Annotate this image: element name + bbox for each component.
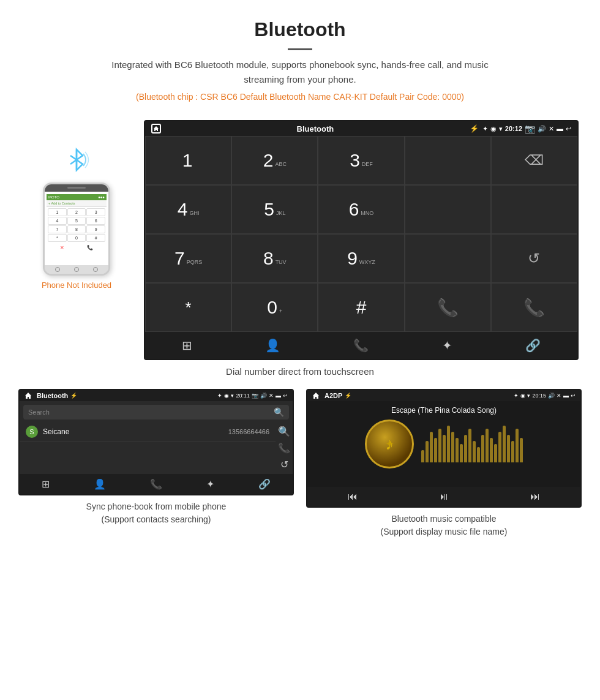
phonebook-call-right-icon[interactable]: 📞: [278, 442, 290, 454]
car-bottom-contacts-icon[interactable]: 👤: [265, 338, 280, 353]
phonebook-search-right-icon[interactable]: 🔍: [278, 426, 290, 437]
music-caption: Bluetooth music compatible(Support displ…: [381, 513, 508, 538]
pb-bottom-link-icon[interactable]: 🔗: [258, 478, 271, 490]
main-content-area: MOTO ●●● + Add to Contacts 1 2 3 4 5 6 7…: [0, 114, 600, 360]
music-bt-icon: ✦: [514, 393, 519, 399]
phone-menu-btn: [93, 267, 98, 272]
music-screen-body: Escape (The Pina Colada Song) ♪ ✦: [307, 401, 580, 487]
page-title: Bluetooth: [12, 18, 588, 41]
music-main-area: ♪ ✦: [312, 420, 576, 469]
phone-key-hash: #: [86, 234, 105, 242]
dial-key-3[interactable]: 3DEF: [318, 136, 404, 185]
title-divider: [288, 48, 312, 50]
music-screen: A2DP ⚡ ✦ ◉ ▾ 20:15 🔊 ✕ ▬ ↩ Escape (The P…: [306, 389, 582, 508]
car-dialpad-grid: 1 2ABC 3DEF ⌫ 4GHI 5JKL 6MNO 7PQRS 8TUV …: [145, 136, 577, 332]
music-play-pause-icon[interactable]: ⏯: [439, 491, 449, 502]
dial-key-6[interactable]: 6MNO: [318, 185, 404, 234]
eq-bar-8: [456, 438, 459, 462]
phonebook-back-icon: ↩: [283, 393, 288, 399]
music-statusbar-title: A2DP: [324, 392, 342, 399]
dial-key-2[interactable]: 2ABC: [231, 136, 318, 185]
eq-bar-19: [503, 426, 506, 462]
fullscreen-icon: ▬: [557, 125, 563, 132]
eq-bar-3: [434, 438, 437, 462]
music-screenshot-item: A2DP ⚡ ✦ ◉ ▾ 20:15 🔊 ✕ ▬ ↩ Escape (The P…: [306, 389, 582, 538]
music-statusbar: A2DP ⚡ ✦ ◉ ▾ 20:15 🔊 ✕ ▬ ↩: [307, 390, 580, 401]
phonebook-time: 20:11: [236, 393, 250, 399]
pb-bottom-bluetooth-icon[interactable]: ✦: [206, 478, 214, 490]
dial-key-9[interactable]: 9WXYZ: [318, 234, 404, 283]
dial-call-green[interactable]: 📞: [405, 283, 491, 332]
contact-number: 13566664466: [228, 428, 269, 435]
pb-bottom-phone-icon[interactable]: 📞: [150, 478, 162, 490]
phone-key-4: 4: [48, 217, 67, 225]
dial-key-8[interactable]: 8TUV: [231, 234, 318, 283]
phonebook-caption: Sync phone-book from mobile phone(Suppor…: [86, 500, 227, 526]
eq-bar-10: [464, 435, 467, 462]
phonebook-search-icon: 🔍: [274, 407, 284, 417]
phone-key-3: 3: [86, 208, 105, 216]
eq-bar-1: [426, 441, 429, 462]
phonebook-search-bar[interactable]: Search 🔍: [23, 405, 289, 420]
music-controls-bar: ⏮ ⏯ ⏭: [307, 487, 580, 506]
dial-key-1[interactable]: 1: [145, 136, 231, 185]
car-bottom-phone-icon[interactable]: 📞: [353, 338, 369, 353]
dial-key-4[interactable]: 4GHI: [145, 185, 231, 234]
statusbar-right-icons: ✦ ◉ ▾ 20:12 📷 🔊 ✕ ▬ ↩: [482, 124, 571, 134]
phone-key-5: 5: [67, 217, 86, 225]
dial-call-red[interactable]: 📞: [491, 283, 577, 332]
music-usb-icon: ⚡: [345, 393, 351, 399]
phonebook-wifi-icon: ▾: [231, 393, 234, 399]
eq-bar-18: [498, 432, 501, 462]
phone-dialpad: 1 2 3 4 5 6 7 8 9 * 0 #: [47, 207, 107, 243]
dial-empty-3: [491, 185, 577, 234]
eq-bar-12: [473, 441, 476, 462]
music-statusbar-right: ✦ ◉ ▾ 20:15 🔊 ✕ ▬ ↩: [514, 393, 576, 399]
phonebook-bottom-bar: ⊞ 👤 📞 ✦ 🔗: [20, 474, 293, 494]
music-album-art: ♪ ✦: [365, 420, 414, 469]
pb-bottom-grid-icon[interactable]: ⊞: [42, 478, 50, 490]
car-bottom-link-icon[interactable]: 🔗: [525, 338, 541, 353]
page-header: Bluetooth Integrated with BC6 Bluetooth …: [0, 0, 600, 114]
eq-bar-5: [443, 435, 446, 462]
dial-refresh[interactable]: ↺: [491, 234, 577, 283]
dial-empty-2: [405, 185, 491, 234]
car-dialpad-screen: Bluetooth ⚡ ✦ ◉ ▾ 20:12 📷 🔊 ✕ ▬ ↩ 1 2ABC…: [144, 120, 579, 360]
car-bottom-bluetooth-icon[interactable]: ✦: [442, 338, 452, 353]
eq-bar-13: [477, 447, 480, 462]
pb-bottom-contacts-icon[interactable]: 👤: [94, 478, 106, 490]
close-icon: ✕: [549, 125, 554, 133]
eq-bar-20: [507, 435, 510, 462]
camera-icon: 📷: [525, 124, 535, 134]
phonebook-sync-icon[interactable]: ↺: [280, 459, 288, 470]
music-loc-icon: ◉: [520, 393, 525, 399]
dial-key-star[interactable]: *: [145, 283, 231, 332]
wifi-icon: ▾: [499, 125, 503, 133]
phone-speaker: [67, 187, 86, 189]
dial-empty-4: [405, 234, 491, 283]
eq-bar-16: [490, 438, 493, 462]
dial-key-5[interactable]: 5JKL: [231, 185, 318, 234]
header-description: Integrated with BC6 Bluetooth module, su…: [92, 58, 508, 87]
phone-key-8: 8: [67, 225, 86, 233]
phone-screen-header: MOTO ●●●: [47, 194, 107, 200]
phone-not-included-label: Phone Not Included: [42, 280, 111, 290]
music-bt-overlay: ✦: [380, 435, 399, 453]
dial-key-7[interactable]: 7PQRS: [145, 234, 231, 283]
eq-bar-0: [421, 450, 424, 462]
car-statusbar-title: Bluetooth: [165, 124, 466, 134]
home-icon[interactable]: [151, 124, 161, 134]
music-prev-icon[interactable]: ⏮: [348, 491, 358, 502]
phonebook-main-area: S Seicane 13566664466 🔍 📞 ↺: [20, 422, 293, 474]
dial-key-hash[interactable]: #: [318, 283, 404, 332]
dial-key-0[interactable]: 0+: [231, 283, 318, 332]
music-next-icon[interactable]: ⏭: [530, 491, 540, 502]
car-bottom-grid-icon[interactable]: ⊞: [182, 338, 192, 353]
phonebook-cam-icon: 📷: [252, 393, 258, 399]
dial-backspace[interactable]: ⌫: [491, 136, 577, 185]
back-icon: ↩: [566, 125, 571, 133]
phone-home-btn: [74, 267, 79, 272]
eq-bar-6: [447, 426, 450, 462]
phonebook-loc-icon: ◉: [224, 393, 229, 399]
svg-text:✦: ✦: [385, 438, 394, 450]
